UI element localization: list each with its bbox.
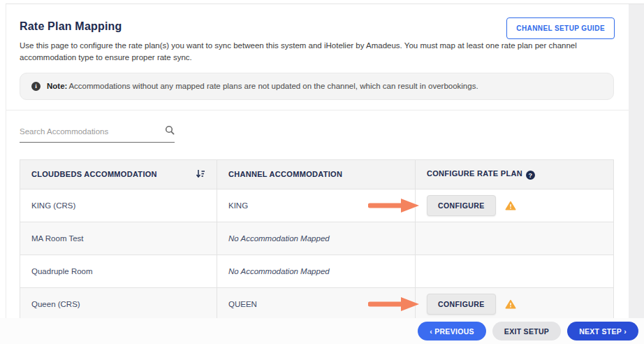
pointer-arrow-icon [368, 296, 421, 312]
table-row-quadruple-room: Quadruple Room No Accommodation Mapped [20, 255, 614, 288]
channel-setup-guide-button[interactable]: CHANNEL SETUP GUIDE [506, 17, 615, 39]
configure-cell: CONFIGURE [416, 288, 614, 319]
search-accommodations-field[interactable] [20, 125, 175, 143]
channel-accommodation-cell: No Accommodation Mapped [217, 222, 416, 255]
search-input[interactable] [20, 127, 165, 136]
header-cloudbeds-accommodation[interactable]: CLOUDBEDS ACCOMMODATION [20, 159, 217, 189]
configure-button[interactable]: CONFIGURE [427, 195, 496, 216]
cloudbeds-accommodation-cell: MA Room Test [20, 222, 217, 255]
search-icon [165, 125, 175, 138]
note-label: Note: [47, 82, 67, 90]
header-configure-label: CONFIGURE RATE PLAN [427, 169, 522, 178]
rate-plan-mapping-table: CLOUDBEDS ACCOMMODATION CHANNEL ACCOMMOD… [20, 159, 614, 319]
configure-cell: CONFIGURE [416, 189, 614, 222]
right-background-strip [629, 4, 644, 318]
note-text: Note:Accommodations without any mapped r… [47, 82, 478, 90]
info-icon: i [31, 82, 41, 91]
channel-accommodation-cell: No Accommodation Mapped [217, 255, 416, 288]
exit-setup-button[interactable]: EXIT SETUP [492, 322, 561, 341]
pointer-arrow-icon [368, 198, 421, 213]
table-row-queen: Queen (CRS) QUEEN CONFIGURE [20, 288, 614, 319]
table-row-king: KING (CRS) KING CONFIGURE [20, 189, 614, 222]
header-channel-accommodation: CHANNEL ACCOMMODATION [217, 159, 416, 189]
previous-button[interactable]: ‹ PREVIOUS [418, 322, 486, 341]
sort-icon[interactable] [196, 169, 205, 180]
header-configure-rate-plan: CONFIGURE RATE PLAN? [416, 159, 614, 189]
table-row-ma-room-test: MA Room Test No Accommodation Mapped [20, 222, 614, 255]
cloudbeds-accommodation-cell: Queen (CRS) [20, 288, 217, 319]
configure-button[interactable]: CONFIGURE [427, 294, 496, 315]
cloudbeds-accommodation-cell: Quadruple Room [20, 255, 217, 288]
configure-cell [416, 222, 614, 255]
help-icon[interactable]: ? [526, 171, 535, 180]
next-step-button[interactable]: NEXT STEP › [567, 322, 638, 341]
header-cloudbeds-label: CLOUDBEDS ACCOMMODATION [31, 170, 157, 178]
cloudbeds-accommodation-cell: KING (CRS) [20, 189, 217, 222]
page-description: Use this page to configure the rate plan… [20, 40, 597, 64]
rate-plan-mapping-card: CHANNEL SETUP GUIDE Rate Plan Mapping Us… [6, 4, 629, 318]
configure-cell [416, 255, 614, 288]
warning-icon [505, 299, 516, 309]
warning-icon [505, 201, 516, 210]
section-divider [6, 110, 629, 110]
note-body: Accommodations without any mapped rate p… [68, 82, 478, 90]
table-header-row: CLOUDBEDS ACCOMMODATION CHANNEL ACCOMMOD… [20, 159, 614, 189]
setup-footer: ‹ PREVIOUS EXIT SETUP NEXT STEP › [0, 318, 644, 344]
note-banner: i Note:Accommodations without any mapped… [20, 73, 614, 100]
